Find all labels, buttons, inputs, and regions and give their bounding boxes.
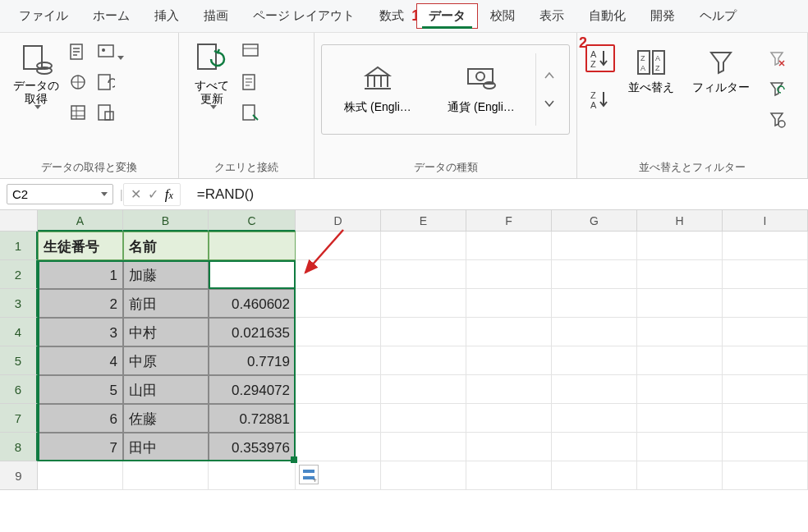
cell[interactable] — [296, 318, 381, 346]
cell[interactable]: 3 — [38, 318, 123, 346]
cell[interactable] — [466, 375, 552, 404]
cell[interactable] — [466, 318, 552, 346]
cell[interactable] — [381, 260, 466, 289]
insert-function-button[interactable]: fx — [165, 186, 173, 203]
cell[interactable] — [552, 375, 637, 404]
cell[interactable] — [552, 461, 637, 490]
tab-data[interactable]: データ — [416, 3, 478, 29]
cell[interactable] — [381, 232, 466, 260]
cell[interactable] — [723, 404, 808, 433]
row-header[interactable]: 6 — [0, 375, 38, 404]
cell[interactable] — [38, 461, 123, 490]
properties-button[interactable] — [241, 73, 259, 94]
cell[interactable]: 0.7719 — [209, 346, 296, 375]
tab-home[interactable]: ホーム — [80, 3, 142, 29]
cell[interactable] — [552, 404, 637, 433]
cell[interactable] — [637, 461, 723, 490]
tab-layout[interactable]: ページ レイアウト — [241, 3, 367, 29]
refresh-all-button[interactable]: すべて 更新 — [187, 38, 236, 112]
row-header[interactable]: 1 — [0, 232, 38, 260]
cell[interactable] — [209, 461, 296, 490]
tab-insert[interactable]: 挿入 — [142, 3, 191, 29]
select-all-corner[interactable] — [0, 210, 38, 232]
cell[interactable] — [296, 232, 381, 260]
cell[interactable]: 0.619919 — [209, 260, 296, 289]
cell[interactable]: 7 — [38, 433, 123, 461]
cell[interactable]: 1 — [38, 260, 123, 289]
cell[interactable] — [637, 232, 723, 260]
cell[interactable]: 0.353976 — [209, 433, 296, 461]
row-header[interactable]: 5 — [0, 346, 38, 375]
reapply-button[interactable] — [768, 80, 786, 100]
cell[interactable] — [552, 346, 637, 375]
cell[interactable] — [466, 404, 552, 433]
cell[interactable] — [637, 346, 723, 375]
paste-options-button[interactable] — [299, 465, 319, 484]
cell[interactable] — [723, 433, 808, 461]
get-data-button[interactable]: データの 取得 — [8, 38, 64, 112]
cell[interactable] — [723, 461, 808, 490]
cell[interactable] — [381, 346, 466, 375]
cell[interactable]: 6 — [38, 404, 123, 433]
cell[interactable] — [381, 461, 466, 490]
cell[interactable] — [296, 375, 381, 404]
from-text-button[interactable] — [69, 43, 87, 63]
cell[interactable] — [552, 433, 637, 461]
cell[interactable] — [552, 232, 637, 260]
col-header-g[interactable]: G — [552, 210, 637, 232]
cell[interactable] — [466, 260, 552, 289]
cell[interactable] — [381, 375, 466, 404]
from-web-button[interactable] — [69, 73, 87, 94]
cell[interactable] — [209, 232, 296, 260]
cell[interactable] — [637, 260, 723, 289]
cell[interactable] — [552, 260, 637, 289]
col-header-a[interactable]: A — [38, 210, 123, 232]
col-header-i[interactable]: I — [723, 210, 808, 232]
col-header-f[interactable]: F — [466, 210, 552, 232]
cell[interactable]: 佐藤 — [123, 404, 209, 433]
cell[interactable] — [466, 433, 552, 461]
col-header-c[interactable]: C — [209, 210, 296, 232]
cell[interactable] — [723, 260, 808, 289]
cell[interactable]: 0.021635 — [209, 318, 296, 346]
cell[interactable] — [381, 404, 466, 433]
cell[interactable]: 2 — [38, 289, 123, 318]
cell[interactable] — [123, 461, 209, 490]
formula-input[interactable]: =RAND() — [191, 183, 808, 206]
col-header-b[interactable]: B — [123, 210, 209, 232]
col-header-e[interactable]: E — [381, 210, 466, 232]
cell[interactable] — [552, 318, 637, 346]
cell[interactable]: 4 — [38, 346, 123, 375]
cancel-formula-button[interactable]: ✕ — [131, 186, 141, 202]
cell[interactable]: 0.294072 — [209, 375, 296, 404]
cell[interactable]: 田中 — [123, 433, 209, 461]
cell[interactable] — [381, 433, 466, 461]
cell[interactable] — [466, 461, 552, 490]
tab-view[interactable]: 表示 — [527, 3, 576, 29]
row-header[interactable]: 3 — [0, 289, 38, 318]
cell[interactable]: 中村 — [123, 318, 209, 346]
cell[interactable] — [466, 232, 552, 260]
cell[interactable] — [296, 433, 381, 461]
tab-review[interactable]: 校閲 — [478, 3, 527, 29]
cell[interactable] — [723, 318, 808, 346]
datatype-stocks-button[interactable]: 株式 (Engli… — [328, 64, 427, 115]
cell[interactable] — [723, 346, 808, 375]
sort-button[interactable]: Z A A Z 並べ替え — [623, 44, 679, 97]
cell[interactable]: 0.72881 — [209, 404, 296, 433]
recent-sources-button[interactable] — [97, 73, 124, 94]
cell[interactable] — [296, 404, 381, 433]
cell[interactable]: 中原 — [123, 346, 209, 375]
filter-button[interactable]: フィルター — [687, 44, 755, 97]
row-header[interactable]: 7 — [0, 404, 38, 433]
cell[interactable] — [637, 404, 723, 433]
tab-formula[interactable]: 数式 — [367, 3, 416, 29]
enter-formula-button[interactable]: ✓ — [148, 186, 158, 202]
clear-filter-button[interactable] — [768, 49, 786, 70]
col-header-d[interactable]: D — [296, 210, 381, 232]
cell[interactable]: 名前 — [123, 232, 209, 260]
row-header[interactable]: 8 — [0, 433, 38, 461]
cell[interactable] — [723, 289, 808, 318]
datatype-down-button[interactable] — [544, 97, 554, 110]
cell[interactable] — [552, 289, 637, 318]
